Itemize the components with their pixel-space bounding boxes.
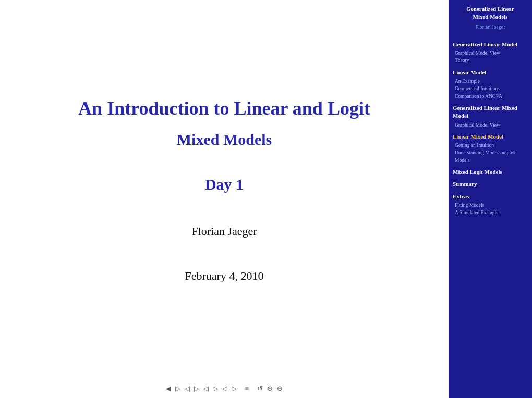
sidebar-author: Florian Jaeger [453, 24, 528, 30]
sidebar-item-1-2[interactable]: Comparison to ANOVA [453, 93, 528, 100]
sidebar-section-3[interactable]: Linear Mixed ModelGetting an IntuitionUn… [453, 133, 528, 164]
nav-separator: ≡ [245, 384, 249, 393]
sidebar-item-6-1[interactable]: A Simulated Example [453, 209, 528, 216]
sidebar-section-1[interactable]: Linear ModelAn ExampleGeometrical Intuit… [453, 69, 528, 100]
sidebar-item-0-0[interactable]: Graphical Model View [453, 49, 528, 57]
nav-icon-7[interactable]: ▷ [232, 384, 237, 393]
slide-author: Florian Jaeger [191, 225, 257, 238]
sidebar-section-2[interactable]: Generalized Linear Mixed ModelGraphical … [453, 104, 528, 129]
sidebar-item-0-1[interactable]: Theory [453, 57, 528, 64]
sidebar-section-5[interactable]: Summary [453, 180, 528, 188]
slide-title-line2: Mixed Models [177, 129, 272, 150]
slide-content: An Introduction to Linear and Logit Mixe… [47, 0, 402, 379]
sidebar-item-6-0[interactable]: Fitting Models [453, 202, 528, 209]
sidebar-section-label-6[interactable]: Extras [453, 193, 528, 201]
sidebar-item-2-0[interactable]: Graphical Model View [453, 121, 528, 129]
slide-nav: ◀ ▷ ◁ ▷ ◁ ▷ ◁ ▷ ≡ ↺ ⊕ ⊖ [0, 379, 449, 398]
sidebar-section-label-1[interactable]: Linear Model [453, 69, 528, 77]
nav-zoom-icon[interactable]: ⊖ [277, 384, 283, 393]
sidebar-item-1-1[interactable]: Geometrical Intuitions [453, 85, 528, 92]
nav-icon-3[interactable]: ▷ [194, 384, 199, 393]
nav-icon-5[interactable]: ▷ [213, 384, 218, 393]
nav-icon-4[interactable]: ◁ [203, 384, 209, 393]
sidebar-title: Generalized Linear Mixed Models [453, 5, 528, 21]
sidebar-section-label-3[interactable]: Linear Mixed Model [453, 133, 528, 141]
nav-refresh-icon[interactable]: ↺ [257, 384, 263, 393]
nav-icon-1[interactable]: ▷ [175, 384, 180, 393]
sidebar-item-1-0[interactable]: An Example [453, 78, 528, 85]
slide-date: February 4, 2010 [185, 269, 264, 283]
slide-area: An Introduction to Linear and Logit Mixe… [0, 0, 449, 398]
sidebar-item-3-1[interactable]: Understanding More Complex Models [453, 149, 528, 164]
sidebar-sections-container: Generalized Linear ModelGraphical Model … [453, 36, 528, 217]
sidebar-item-3-0[interactable]: Getting an Intuition [453, 142, 528, 149]
sidebar-section-label-5[interactable]: Summary [453, 180, 528, 188]
slide-title-line1: An Introduction to Linear and Logit [78, 96, 370, 121]
sidebar-section-0[interactable]: Generalized Linear ModelGraphical Model … [453, 41, 528, 65]
sidebar-section-label-4[interactable]: Mixed Logit Models [453, 168, 528, 176]
nav-icon-2[interactable]: ◁ [185, 384, 190, 393]
sidebar-section-label-2[interactable]: Generalized Linear Mixed Model [453, 104, 528, 120]
sidebar: Generalized Linear Mixed Models Florian … [449, 0, 532, 398]
nav-prev-button[interactable]: ◀ [166, 384, 171, 393]
nav-search-icon[interactable]: ⊕ [267, 384, 273, 393]
sidebar-section-4[interactable]: Mixed Logit Models [453, 168, 528, 176]
nav-icon-6[interactable]: ◁ [222, 384, 227, 393]
slide-day: Day 1 [205, 176, 244, 193]
sidebar-section-label-0[interactable]: Generalized Linear Model [453, 41, 528, 48]
sidebar-section-6[interactable]: ExtrasFitting ModelsA Simulated Example [453, 193, 528, 217]
